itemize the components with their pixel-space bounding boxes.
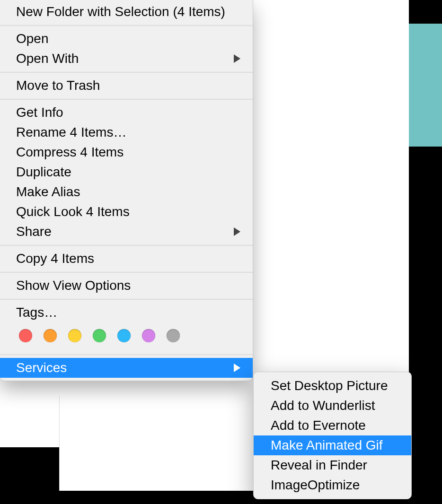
tag-orange[interactable]	[44, 329, 57, 342]
menu-separator	[0, 25, 253, 26]
menu-new-folder-with-selection[interactable]: New Folder with Selection (4 Items)	[0, 2, 253, 22]
menu-duplicate[interactable]: Duplicate	[0, 162, 253, 182]
menu-label: Tags…	[16, 304, 57, 322]
submenu-label: Add to Wunderlist	[271, 398, 375, 413]
menu-label: Make Alias	[16, 183, 80, 201]
submenu-add-to-wunderlist[interactable]: Add to Wunderlist	[254, 396, 411, 416]
submenu-arrow-icon	[234, 54, 240, 63]
tag-purple[interactable]	[142, 329, 155, 342]
tag-green[interactable]	[93, 329, 106, 342]
menu-separator	[0, 71, 253, 73]
services-submenu: Set Desktop Picture Add to Wunderlist Ad…	[253, 372, 412, 499]
menu-label: Compress 4 Items	[16, 143, 124, 161]
submenu-reveal-in-finder[interactable]: Reveal in Finder	[254, 455, 411, 475]
tag-yellow[interactable]	[68, 329, 81, 342]
menu-make-alias[interactable]: Make Alias	[0, 182, 253, 202]
tag-color-row	[0, 322, 253, 351]
menu-move-to-trash[interactable]: Move to Trash	[0, 76, 253, 96]
menu-label: Duplicate	[16, 163, 71, 181]
menu-label: Quick Look 4 Items	[16, 203, 130, 221]
menu-share[interactable]: Share	[0, 222, 253, 242]
submenu-label: Reveal in Finder	[271, 458, 367, 472]
menu-label: Get Info	[16, 104, 63, 122]
background-teal-strip	[409, 24, 442, 147]
menu-rename-items[interactable]: Rename 4 Items…	[0, 122, 253, 142]
submenu-label: Add to Evernote	[271, 418, 366, 433]
submenu-set-desktop-picture[interactable]: Set Desktop Picture	[254, 376, 411, 396]
menu-separator	[0, 354, 253, 355]
submenu-arrow-icon	[234, 227, 240, 236]
menu-separator	[0, 271, 253, 273]
tag-gray[interactable]	[167, 329, 180, 342]
menu-label: Open With	[16, 50, 79, 68]
submenu-make-animated-gif[interactable]: Make Animated Gif	[254, 435, 411, 455]
menu-label: Show View Options	[16, 277, 131, 295]
context-menu: New Folder with Selection (4 Items) Open…	[0, 0, 253, 381]
menu-open-with[interactable]: Open With	[0, 49, 253, 69]
background-finder-panel	[59, 396, 254, 491]
menu-tags[interactable]: Tags…	[0, 303, 253, 322]
menu-label: Open	[16, 30, 49, 48]
menu-separator	[0, 298, 253, 300]
menu-label: Rename 4 Items…	[16, 123, 126, 141]
submenu-add-to-evernote[interactable]: Add to Evernote	[254, 416, 411, 435]
tag-red[interactable]	[19, 329, 32, 342]
menu-services[interactable]: Services	[0, 358, 253, 378]
submenu-arrow-icon	[234, 364, 240, 372]
menu-open[interactable]: Open	[0, 29, 253, 49]
submenu-image-optimize[interactable]: ImageOptimize	[254, 475, 411, 495]
menu-copy-items[interactable]: Copy 4 Items	[0, 249, 253, 269]
menu-separator	[0, 98, 253, 100]
menu-label: Move to Trash	[16, 77, 100, 95]
menu-quick-look[interactable]: Quick Look 4 Items	[0, 202, 253, 222]
menu-label: New Folder with Selection (4 Items)	[16, 3, 225, 21]
menu-label: Share	[16, 223, 52, 241]
menu-get-info[interactable]: Get Info	[0, 103, 253, 122]
menu-compress-items[interactable]: Compress 4 Items	[0, 142, 253, 162]
tag-blue[interactable]	[117, 329, 131, 342]
menu-separator	[0, 244, 253, 246]
submenu-label: Set Desktop Picture	[271, 378, 388, 393]
submenu-label: ImageOptimize	[271, 478, 360, 492]
menu-show-view-options[interactable]: Show View Options	[0, 276, 253, 295]
submenu-label: Make Animated Gif	[271, 438, 383, 452]
menu-label: Copy 4 Items	[16, 250, 94, 268]
menu-label: Services	[16, 359, 67, 377]
